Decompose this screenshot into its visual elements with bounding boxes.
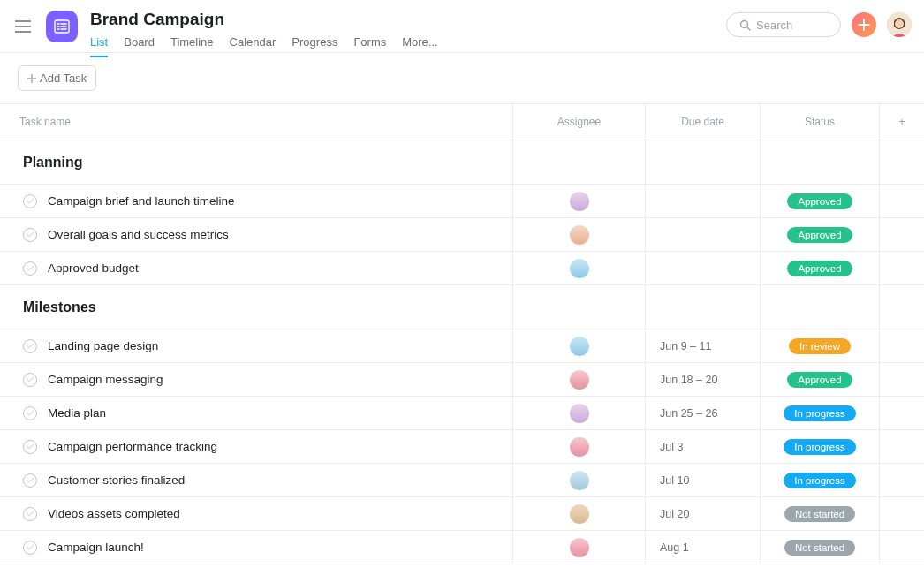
complete-checkbox[interactable]	[23, 261, 37, 276]
assignee-avatar[interactable]	[570, 538, 589, 557]
tab-progress[interactable]: Progress	[292, 35, 337, 57]
tab-calendar[interactable]: Calendar	[230, 35, 276, 57]
tab-forms[interactable]: Forms	[353, 35, 386, 57]
section-header[interactable]: Milestones	[0, 285, 924, 329]
assignee-cell[interactable]	[513, 363, 646, 396]
task-row[interactable]: Overall goals and success metricsApprove…	[0, 218, 924, 252]
tab-list[interactable]: List	[90, 35, 108, 57]
assignee-cell[interactable]	[513, 185, 646, 217]
due-date-cell[interactable]	[646, 252, 761, 284]
task-name[interactable]: Campaign brief and launch timeline	[48, 194, 235, 208]
assignee-avatar[interactable]	[570, 337, 589, 356]
assignee-avatar[interactable]	[570, 259, 589, 278]
column-task-name[interactable]: Task name	[0, 104, 513, 140]
complete-checkbox[interactable]	[23, 440, 37, 454]
section-name[interactable]: Milestones	[0, 285, 513, 329]
column-assignee[interactable]: Assignee	[513, 104, 646, 140]
task-row[interactable]: Approved budgetApproved	[0, 252, 924, 285]
task-row[interactable]: Landing page designJun 9 – 11In review	[0, 329, 924, 363]
task-name-cell[interactable]: Media plan	[0, 397, 513, 429]
assignee-avatar[interactable]	[570, 225, 589, 245]
assignee-cell[interactable]	[513, 497, 646, 530]
tab-more-[interactable]: More...	[402, 35, 437, 57]
assignee-cell[interactable]	[513, 218, 646, 251]
complete-checkbox[interactable]	[23, 507, 37, 521]
assignee-avatar[interactable]	[570, 471, 589, 490]
task-name[interactable]: Customer stories finalized	[48, 473, 185, 487]
project-icon[interactable]	[46, 11, 78, 42]
column-status[interactable]: Status	[761, 104, 880, 140]
status-cell[interactable]: Approved	[761, 185, 880, 217]
assignee-cell[interactable]	[513, 464, 646, 496]
status-pill[interactable]: Approved	[787, 261, 852, 276]
status-cell[interactable]: In review	[761, 329, 880, 362]
task-row[interactable]: Campaign brief and launch timelineApprov…	[0, 185, 924, 218]
status-cell[interactable]: Not started	[761, 531, 880, 564]
complete-checkbox[interactable]	[23, 406, 37, 420]
tab-board[interactable]: Board	[124, 35, 155, 57]
task-name-cell[interactable]: Videos assets completed	[0, 497, 513, 530]
due-date-cell[interactable]: Jun 25 – 26	[646, 397, 761, 429]
status-pill[interactable]: In progress	[784, 473, 856, 488]
profile-avatar[interactable]	[887, 12, 912, 37]
section-name[interactable]: Planning	[0, 140, 513, 184]
assignee-avatar[interactable]	[570, 370, 589, 390]
task-name-cell[interactable]: Campaign messaging	[0, 363, 513, 396]
task-name-cell[interactable]: Campaign performance tracking	[0, 430, 513, 463]
complete-checkbox[interactable]	[23, 228, 37, 242]
status-cell[interactable]: In progress	[761, 464, 880, 496]
task-name[interactable]: Campaign launch!	[48, 541, 144, 554]
task-name-cell[interactable]: Campaign brief and launch timeline	[0, 185, 513, 217]
due-date-cell[interactable]: Jul 20	[646, 497, 761, 530]
assignee-cell[interactable]	[513, 531, 646, 564]
complete-checkbox[interactable]	[23, 373, 37, 387]
status-pill[interactable]: Approved	[787, 227, 852, 243]
task-name[interactable]: Approved budget	[48, 261, 139, 275]
due-date-cell[interactable]	[646, 218, 761, 251]
status-pill[interactable]: Not started	[784, 540, 855, 556]
task-name[interactable]: Campaign performance tracking	[48, 440, 217, 453]
due-date-cell[interactable]: Aug 1	[646, 531, 761, 564]
complete-checkbox[interactable]	[23, 339, 37, 353]
task-name[interactable]: Media plan	[48, 406, 106, 420]
complete-checkbox[interactable]	[23, 541, 37, 555]
task-row[interactable]: Campaign performance trackingJul 3In pro…	[0, 430, 924, 464]
task-name-cell[interactable]: Overall goals and success metrics	[0, 218, 513, 251]
due-date-cell[interactable]: Jun 18 – 20	[646, 363, 761, 396]
assignee-cell[interactable]	[513, 252, 646, 284]
assignee-avatar[interactable]	[570, 504, 589, 524]
assignee-avatar[interactable]	[570, 404, 589, 423]
tab-timeline[interactable]: Timeline	[170, 35, 214, 57]
status-cell[interactable]: Not started	[761, 497, 880, 530]
status-cell[interactable]: Approved	[761, 252, 880, 284]
status-pill[interactable]: In progress	[784, 439, 856, 455]
task-name[interactable]: Overall goals and success metrics	[48, 228, 229, 241]
status-cell[interactable]: Approved	[761, 218, 880, 251]
task-name[interactable]: Campaign messaging	[48, 373, 163, 386]
task-row[interactable]: Videos assets completedJul 20Not started	[0, 497, 924, 531]
project-title[interactable]: Brand Campaign	[90, 9, 438, 30]
assignee-cell[interactable]	[513, 430, 646, 463]
search-input[interactable]: Search	[726, 12, 841, 37]
add-task-button[interactable]: Add Task	[18, 65, 96, 91]
complete-checkbox[interactable]	[23, 473, 37, 488]
status-pill[interactable]: Approved	[787, 372, 852, 388]
task-name-cell[interactable]: Customer stories finalized	[0, 464, 513, 496]
task-name-cell[interactable]: Approved budget	[0, 252, 513, 284]
due-date-cell[interactable]	[646, 185, 761, 217]
task-name-cell[interactable]: Campaign launch!	[0, 531, 513, 564]
task-name[interactable]: Videos assets completed	[48, 507, 180, 520]
assignee-avatar[interactable]	[570, 192, 589, 211]
status-pill[interactable]: Not started	[784, 506, 855, 522]
status-pill[interactable]: In review	[789, 338, 851, 354]
status-pill[interactable]: In progress	[784, 405, 856, 421]
menu-icon[interactable]	[12, 16, 34, 37]
due-date-cell[interactable]: Jun 9 – 11	[646, 329, 761, 362]
assignee-cell[interactable]	[513, 329, 646, 362]
task-row[interactable]: Campaign launch!Aug 1Not started	[0, 531, 924, 564]
due-date-cell[interactable]: Jul 10	[646, 464, 761, 496]
task-name-cell[interactable]: Landing page design	[0, 329, 513, 362]
add-column-button[interactable]: +	[880, 104, 924, 140]
complete-checkbox[interactable]	[23, 194, 37, 208]
status-cell[interactable]: In progress	[761, 430, 880, 463]
